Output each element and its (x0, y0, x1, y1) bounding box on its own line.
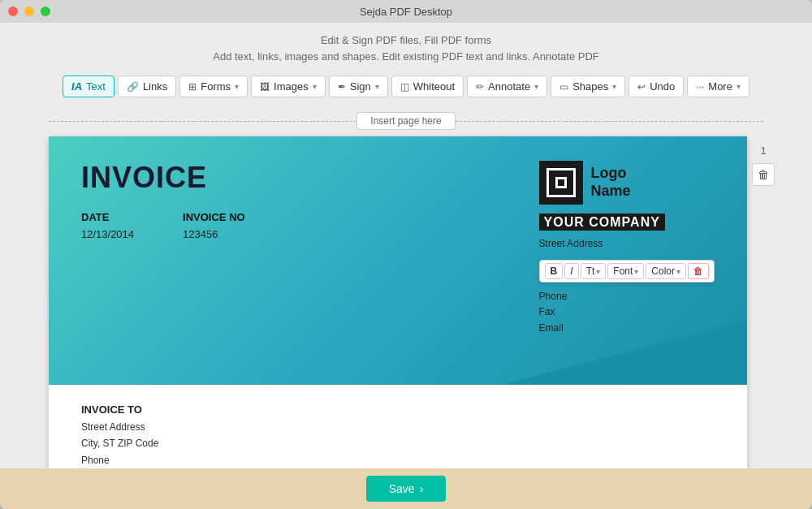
invoice-no-field: INVOICE NO 123456 (183, 211, 245, 241)
toolbar-whiteout-label: Whiteout (413, 80, 455, 93)
toolbar-forms-label: Forms (201, 80, 231, 93)
toolbar-btn-links[interactable]: 🔗 Links (118, 75, 176, 97)
toolbar-btn-sign[interactable]: ✒ Sign ▾ (329, 75, 388, 97)
app-window: Sejda PDF Desktop Edit & Sign PDF files,… (0, 0, 812, 509)
logo-area: Logo Name (539, 161, 631, 205)
font-label: Font (613, 265, 633, 277)
invoice-header: INVOICE DATE 12/13/2014 INVOICE NO 12345… (49, 136, 747, 385)
toolbar-undo-label: Undo (650, 80, 675, 93)
invoice-left: INVOICE DATE 12/13/2014 INVOICE NO 12345… (81, 161, 245, 241)
window-title: Sejda PDF Desktop (8, 6, 804, 18)
toolbar-btn-whiteout[interactable]: ◫ Whiteout (391, 75, 464, 97)
subtitle-line1: Edit & Sign PDF files, Fill PDF forms (0, 32, 812, 49)
street-address: Street Address (539, 236, 603, 252)
invoice-body: INVOICE TO Street Address City, ST ZIP C… (49, 385, 747, 468)
whiteout-icon: ◫ (400, 81, 409, 93)
date-value: 12/13/2014 (81, 228, 134, 240)
color-button[interactable]: Color ▾ (646, 263, 686, 279)
company-name[interactable]: YOUR COMPANY (539, 214, 665, 231)
more-dropdown-arrow: ▾ (736, 82, 741, 91)
email: Email (539, 321, 568, 336)
delete-text-button[interactable]: 🗑 (688, 263, 709, 279)
toolbar-btn-annotate[interactable]: ✏ Annotate ▾ (467, 75, 547, 97)
fax: Fax (539, 304, 568, 320)
toolbar-more-label: More (708, 80, 732, 93)
color-label: Color (651, 265, 675, 277)
text-size-label: Tt (586, 265, 595, 277)
page-container: INVOICE DATE 12/13/2014 INVOICE NO 12345… (0, 136, 812, 468)
save-arrow-icon: › (420, 482, 424, 495)
toolbar-btn-more[interactable]: ··· More ▾ (687, 75, 749, 97)
pdf-page: INVOICE DATE 12/13/2014 INVOICE NO 12345… (49, 136, 747, 468)
main-toolbar: IA Text 🔗 Links ⊞ Forms ▾ 🖼 Images ▾ ✒ S… (0, 71, 812, 106)
logo-line1: Logo (591, 165, 631, 183)
logo-inner (546, 168, 576, 197)
toolbar-links-label: Links (143, 80, 167, 93)
subtitle-line2: Add text, links, images and shapes. Edit… (0, 49, 812, 65)
toolbar-sign-label: Sign (350, 80, 371, 93)
toolbar-btn-images[interactable]: 🖼 Images ▾ (251, 75, 326, 97)
images-dropdown-arrow: ▾ (313, 82, 317, 91)
subtitle-area: Edit & Sign PDF files, Fill PDF forms Ad… (0, 23, 812, 71)
invoice-no-label: INVOICE NO (183, 211, 245, 223)
text-icon: IA (71, 80, 82, 93)
invoice-no-value: 123456 (183, 228, 218, 240)
links-icon: 🔗 (127, 81, 139, 93)
sign-icon: ✒ (338, 81, 346, 93)
text-size-arrow: ▾ (596, 267, 600, 276)
page-number: 1 (760, 145, 766, 157)
toolbar-annotate-label: Annotate (488, 80, 530, 93)
undo-icon: ↩ (637, 81, 646, 93)
invoice-fields: DATE 12/13/2014 INVOICE NO 123456 (81, 211, 245, 241)
font-arrow: ▾ (634, 267, 638, 276)
save-label: Save (389, 482, 415, 495)
toolbar-btn-forms[interactable]: ⊞ Forms ▾ (179, 75, 248, 97)
invoice-to-label: INVOICE TO (81, 401, 715, 419)
titlebar: Sejda PDF Desktop (0, 0, 812, 23)
to-addr1: Street Address (81, 419, 715, 435)
delete-page-button[interactable]: 🗑 (752, 163, 775, 186)
shapes-icon: ▭ (559, 81, 568, 93)
insert-page-button[interactable]: Insert page here (356, 112, 455, 130)
main-area: Edit & Sign PDF files, Fill PDF forms Ad… (0, 23, 812, 509)
images-icon: 🖼 (260, 81, 270, 93)
invoice-title: INVOICE (81, 161, 245, 195)
forms-icon: ⊞ (188, 81, 197, 93)
toolbar-text-label: Text (86, 80, 106, 93)
scroll-area[interactable]: Insert page here INVOICE DATE (0, 106, 812, 468)
toolbar-images-label: Images (274, 80, 309, 93)
annotate-dropdown-arrow: ▾ (534, 82, 538, 91)
company-name-container: YOUR COMPANY (539, 215, 665, 230)
toolbar-btn-text[interactable]: IA Text (63, 75, 114, 97)
company-details: Street Address (539, 236, 603, 252)
insert-page-bar: Insert page here (0, 106, 812, 136)
toolbar-btn-shapes[interactable]: ▭ Shapes ▾ (551, 75, 625, 97)
text-edit-toolbar: B I Tt ▾ Font ▾ (539, 260, 715, 283)
color-arrow: ▾ (676, 267, 680, 276)
logo-innermost (555, 177, 567, 188)
invoice-to: INVOICE TO Street Address City, ST ZIP C… (81, 401, 715, 468)
date-label: DATE (81, 211, 134, 223)
save-bar: Save › (0, 468, 812, 509)
page-number-col: 1 🗑 (747, 136, 780, 468)
date-field: DATE 12/13/2014 (81, 211, 134, 241)
invoice-right: Logo Name YOUR COMPANY Street Address (539, 161, 715, 336)
toolbar-shapes-label: Shapes (572, 80, 608, 93)
shapes-dropdown-arrow: ▾ (612, 82, 616, 91)
more-icon: ··· (696, 81, 704, 93)
toolbar-btn-undo[interactable]: ↩ Undo (628, 75, 684, 97)
save-button[interactable]: Save › (366, 476, 447, 502)
annotate-icon: ✏ (476, 81, 484, 93)
company-phone: Phone Fax Email (539, 289, 568, 336)
to-addr2: City, ST ZIP Code (81, 435, 715, 451)
italic-button[interactable]: I (564, 263, 578, 279)
sign-dropdown-arrow: ▾ (375, 82, 379, 91)
logo-line2: Name (591, 183, 631, 201)
font-button[interactable]: Font ▾ (607, 263, 644, 279)
text-size-button[interactable]: Tt ▾ (581, 263, 607, 279)
forms-dropdown-arrow: ▾ (235, 82, 239, 91)
bold-button[interactable]: B (545, 263, 564, 279)
to-phone: Phone (81, 452, 715, 468)
phone: Phone (539, 289, 568, 304)
logo-text: Logo Name (591, 165, 631, 200)
